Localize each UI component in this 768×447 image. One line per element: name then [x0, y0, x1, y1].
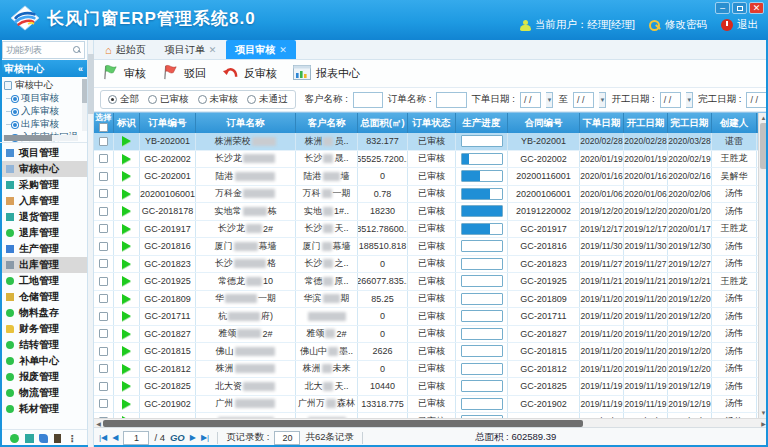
table-row[interactable]: GC-201917长沙龙2#长沙天..8512.78600..已审核GC-201…	[94, 221, 758, 239]
order-date-to-input[interactable]: / /	[573, 92, 595, 108]
table-row[interactable]: GC-201925常德龙10常德原..266077.835..已审核GC-201…	[94, 273, 758, 291]
first-page-button[interactable]: |◀	[99, 433, 107, 442]
tree-root-item[interactable]: 审核中心	[4, 79, 81, 92]
tree-vertical-scrollbar[interactable]	[82, 79, 87, 131]
page-number-input[interactable]: 1	[123, 431, 149, 445]
tab-起始页[interactable]: ⌂起始页	[96, 40, 155, 59]
tab-项目订单[interactable]: 项目订单✕	[156, 40, 226, 59]
sidebar-item-审核中心[interactable]: 审核中心	[0, 161, 87, 177]
row-checkbox[interactable]	[99, 277, 108, 286]
table-row[interactable]: YB-202001株洲荣校株洲员..832.177已审核YB-202001202…	[94, 133, 758, 151]
radio-未审核[interactable]: 未审核	[198, 93, 239, 106]
sidebar-item-项目管理[interactable]: 项目管理	[0, 145, 87, 161]
sidebar-item-工地管理[interactable]: 工地管理	[0, 273, 87, 289]
select-all-checkbox[interactable]	[99, 123, 108, 132]
minimize-button[interactable]: –	[715, 2, 730, 14]
col-header-开工日期[interactable]: 开工日期	[624, 113, 668, 133]
cart-icon[interactable]	[25, 434, 34, 443]
row-checkbox[interactable]	[99, 259, 108, 268]
row-checkbox[interactable]	[99, 207, 108, 216]
row-checkbox[interactable]	[99, 347, 108, 356]
close-tab-icon[interactable]: ✕	[209, 45, 217, 55]
radio-已审核[interactable]: 已审核	[148, 93, 189, 106]
col-header-选择[interactable]: 选择	[94, 113, 114, 133]
row-checkbox[interactable]	[99, 312, 108, 321]
last-page-button[interactable]: ▶|	[201, 433, 209, 442]
驳回-button[interactable]: 驳回	[162, 64, 206, 83]
row-checkbox[interactable]	[99, 137, 108, 146]
tree-item-项目审核[interactable]: 项目审核	[4, 92, 81, 105]
row-checkbox[interactable]	[99, 242, 108, 251]
col-header-完工日期[interactable]: 完工日期	[668, 113, 712, 133]
prev-page-button[interactable]: ◀	[112, 433, 118, 442]
table-row[interactable]: GC-201902广州广州万森林13318.775已审核GC-201902201…	[94, 396, 758, 414]
sidebar-item-耗材管理[interactable]: 耗材管理	[0, 401, 87, 417]
more-icon[interactable]: ⋮	[67, 433, 77, 444]
scrollbar-thumb[interactable]	[103, 420, 583, 427]
row-checkbox[interactable]	[99, 399, 108, 408]
col-header-订单名称[interactable]: 订单名称	[196, 113, 296, 133]
start-date-input[interactable]: / /	[660, 92, 682, 108]
table-row[interactable]: GC-2018178实地常栋实地1#..18230已审核201912200022…	[94, 203, 758, 221]
next-page-button[interactable]: ▶	[190, 433, 196, 442]
tree-horizontal-scrollbar[interactable]	[2, 135, 78, 141]
order-name-input[interactable]	[436, 92, 466, 108]
table-row[interactable]: GC-201825北大资北大天..10440已审核GC-2018252019/1…	[94, 378, 758, 396]
col-header-订单编号[interactable]: 订单编号	[140, 113, 196, 133]
row-checkbox[interactable]	[99, 329, 108, 338]
row-checkbox[interactable]	[99, 382, 108, 391]
sidebar-item-补单中心[interactable]: 补单中心	[0, 353, 87, 369]
radio-全部[interactable]: 全部	[108, 93, 139, 106]
scroll-down-icon[interactable]: ▼	[761, 408, 767, 418]
审核-button[interactable]: 审核	[102, 64, 146, 83]
exit-icon[interactable]	[54, 434, 61, 443]
radio-未通过[interactable]: 未通过	[247, 93, 288, 106]
table-row[interactable]: GC-201823长沙格长沙之..0已审核GC-2018232019/11/27…	[94, 256, 758, 274]
table-row[interactable]: GC-201815佛山佛山中墨..2626已审核GC-2018152019/11…	[94, 343, 758, 361]
row-checkbox[interactable]	[99, 364, 108, 373]
scroll-up-icon[interactable]: ▲	[761, 113, 767, 123]
sidebar-item-采购管理[interactable]: 采购管理	[0, 177, 87, 193]
sidebar-item-入库管理[interactable]: 入库管理	[0, 193, 87, 209]
sidebar-item-退货管理[interactable]: 退货管理	[0, 209, 87, 225]
calendar-dropdown-icon[interactable]: ▼	[546, 92, 553, 108]
col-header-生产进度[interactable]: 生产进度	[456, 113, 508, 133]
table-row[interactable]: GC-201812株洲株洲未来0已审核GC-2018122019/11/2020…	[94, 361, 758, 379]
function-search-input[interactable]: 功能列表	[2, 41, 85, 59]
table-row[interactable]: GC-201809华一期华滨期85.25已审核GC-2018092019/11/…	[94, 291, 758, 309]
table-row[interactable]: GC-201711杭府)0已审核GC-2017112019/11/202019/…	[94, 308, 758, 326]
page-size-input[interactable]: 20	[274, 431, 300, 445]
sidebar-item-结转管理[interactable]: 结转管理	[0, 337, 87, 353]
logout-button[interactable]: 退出	[721, 18, 758, 32]
反审核-button[interactable]: 反审核	[222, 66, 277, 82]
报表中心-button[interactable]: 报表中心	[293, 65, 360, 82]
col-header-订单状态[interactable]: 订单状态	[408, 113, 456, 133]
change-password-button[interactable]: 修改密码	[649, 18, 707, 32]
sidebar-item-物流管理[interactable]: 物流管理	[0, 385, 87, 401]
table-row[interactable]: GC-201827雅颂2#雅颂2#0已审核GC-2018272019/11/20…	[94, 326, 758, 344]
scroll-right-icon[interactable]: ▶	[759, 420, 768, 427]
table-row[interactable]: GC-201816厦门幕墙厦门幕墙188510.818已审核GC-2018162…	[94, 238, 758, 256]
collapse-icon[interactable]: «	[78, 64, 83, 74]
table-row[interactable]: GC-202001陆港陆港墙0已审核202001160012020/01/162…	[94, 168, 758, 186]
row-checkbox[interactable]	[99, 224, 108, 233]
sidebar-item-报废管理[interactable]: 报废管理	[0, 369, 87, 385]
calendar-dropdown-icon[interactable]: ▼	[686, 92, 693, 108]
row-checkbox[interactable]	[99, 294, 108, 303]
sidebar-item-退库管理[interactable]: 退库管理	[0, 225, 87, 241]
col-header-创建人[interactable]: 创建人	[712, 113, 757, 133]
row-checkbox[interactable]	[99, 189, 108, 198]
close-button[interactable]: ✕	[749, 2, 764, 14]
sidebar-scrollbar[interactable]	[88, 40, 94, 447]
row-checkbox[interactable]	[99, 172, 108, 181]
col-header-客户名称[interactable]: 客户名称	[296, 113, 358, 133]
row-checkbox[interactable]	[99, 154, 108, 163]
table-row[interactable]: GC-202002长沙龙长沙晟..65525.7200..已审核GC-20200…	[94, 151, 758, 169]
scrollbar-thumb[interactable]	[760, 123, 768, 169]
col-header-下单日期[interactable]: 下单日期	[580, 113, 624, 133]
dot-icon[interactable]	[10, 434, 19, 443]
order-date-from-input[interactable]: / /	[520, 92, 542, 108]
sidebar-item-出库管理[interactable]: 出库管理	[0, 257, 87, 273]
pen-icon[interactable]	[39, 434, 48, 443]
sidebar-item-财务管理[interactable]: 财务管理	[0, 321, 87, 337]
